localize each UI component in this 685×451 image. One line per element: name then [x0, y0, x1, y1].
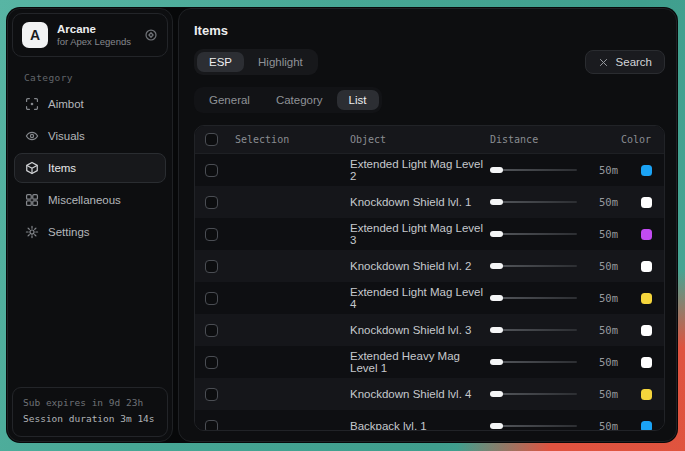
slider-thumb[interactable]: [490, 295, 503, 301]
slider-thumb[interactable]: [490, 231, 503, 237]
table-row: Extended Heavy Mag Level 1 50m: [195, 346, 664, 378]
distance-slider[interactable]: [490, 388, 581, 400]
select-all-checkbox[interactable]: [205, 133, 218, 146]
slider-thumb[interactable]: [490, 359, 503, 365]
color-swatch[interactable]: [641, 325, 652, 336]
app-subtitle: for Apex Legends: [57, 36, 131, 48]
row-checkbox[interactable]: [205, 228, 218, 241]
search-button[interactable]: Search: [585, 50, 665, 74]
row-checkbox[interactable]: [205, 260, 218, 273]
sidebar-item-label: Aimbot: [48, 98, 84, 110]
category-label: Category: [24, 72, 168, 83]
slider-thumb[interactable]: [490, 263, 503, 269]
object-name: Backpack lvl. 1: [350, 420, 490, 431]
table-row: Knockdown Shield lvl. 4 50m: [195, 378, 664, 410]
color-swatch[interactable]: [641, 165, 652, 176]
sub-expires-text: Sub expires in 9d 23h: [23, 395, 157, 412]
table-row: Extended Light Mag Level 3 50m: [195, 218, 664, 250]
distance-slider[interactable]: [490, 356, 581, 368]
view-tab-category[interactable]: Category: [264, 90, 335, 110]
slider-thumb[interactable]: [490, 167, 503, 173]
column-header-color: Color: [618, 134, 652, 145]
slider-thumb[interactable]: [490, 199, 503, 205]
row-checkbox[interactable]: [205, 356, 218, 369]
color-swatch[interactable]: [641, 229, 652, 240]
object-name: Extended Light Mag Level 2: [350, 158, 490, 182]
sidebar-nav: Aimbot Visuals Items Miscellaneous Setti…: [12, 88, 168, 248]
distance-value: 50m: [590, 260, 618, 272]
main-panel: Items ESPHighlight Search GeneralCategor…: [178, 8, 677, 442]
color-swatch[interactable]: [641, 197, 652, 208]
brand-header: A Arcane for Apex Legends: [12, 13, 168, 57]
slider-thumb[interactable]: [490, 423, 503, 429]
sidebar-item-label: Miscellaneous: [48, 194, 121, 206]
distance-slider[interactable]: [490, 420, 581, 431]
grid-icon: [25, 193, 39, 207]
column-header-object: Object: [350, 134, 490, 145]
distance-slider[interactable]: [490, 292, 581, 304]
distance-value: 50m: [590, 164, 618, 176]
sidebar: A Arcane for Apex Legends Category Aimbo…: [7, 8, 173, 442]
table-row: Knockdown Shield lvl. 3 50m: [195, 314, 664, 346]
table-row: Knockdown Shield lvl. 2 50m: [195, 250, 664, 282]
distance-value: 50m: [590, 292, 618, 304]
row-checkbox[interactable]: [205, 420, 218, 432]
mode-tabs: ESPHighlight: [194, 49, 318, 75]
table-row: Knockdown Shield lvl. 1 50m: [195, 186, 664, 218]
column-header-selection: Selection: [235, 134, 350, 145]
color-swatch[interactable]: [641, 389, 652, 400]
distance-slider[interactable]: [490, 164, 581, 176]
eye-icon: [25, 129, 39, 143]
sidebar-item-label: Items: [48, 162, 76, 174]
distance-slider[interactable]: [490, 260, 581, 272]
object-name: Extended Light Mag Level 4: [350, 286, 490, 310]
pin-icon[interactable]: [144, 28, 158, 42]
sidebar-item-miscellaneous[interactable]: Miscellaneous: [14, 185, 166, 215]
object-name: Knockdown Shield lvl. 4: [350, 388, 490, 400]
object-name: Knockdown Shield lvl. 3: [350, 324, 490, 336]
package-icon: [25, 161, 39, 175]
slider-thumb[interactable]: [490, 391, 503, 397]
table-header: Selection Object Distance Color: [195, 126, 664, 154]
app-logo: A: [22, 22, 48, 48]
distance-slider[interactable]: [490, 228, 581, 240]
view-tabs: GeneralCategoryList: [194, 87, 382, 113]
slider-thumb[interactable]: [490, 327, 503, 333]
row-checkbox[interactable]: [205, 388, 218, 401]
search-button-label: Search: [616, 56, 652, 68]
sidebar-item-label: Settings: [48, 226, 90, 238]
page-title: Items: [194, 23, 665, 38]
sidebar-item-label: Visuals: [48, 130, 85, 142]
sidebar-item-aimbot[interactable]: Aimbot: [14, 89, 166, 119]
sidebar-item-items[interactable]: Items: [14, 153, 166, 183]
toolbar: ESPHighlight Search: [194, 49, 665, 75]
color-swatch[interactable]: [641, 357, 652, 368]
sidebar-item-visuals[interactable]: Visuals: [14, 121, 166, 151]
row-checkbox[interactable]: [205, 196, 218, 209]
distance-value: 50m: [590, 388, 618, 400]
sidebar-item-settings[interactable]: Settings: [14, 217, 166, 247]
mode-tab-highlight[interactable]: Highlight: [246, 52, 315, 72]
color-swatch[interactable]: [641, 293, 652, 304]
distance-slider[interactable]: [490, 196, 581, 208]
row-checkbox[interactable]: [205, 324, 218, 337]
table-row: Extended Light Mag Level 4 50m: [195, 282, 664, 314]
table-row: Backpack lvl. 1 50m: [195, 410, 664, 431]
object-name: Extended Light Mag Level 3: [350, 222, 490, 246]
distance-value: 50m: [590, 196, 618, 208]
view-tab-list[interactable]: List: [337, 90, 379, 110]
distance-value: 50m: [590, 324, 618, 336]
object-name: Knockdown Shield lvl. 2: [350, 260, 490, 272]
session-duration-text: Session duration 3m 14s: [23, 411, 157, 428]
view-tab-general[interactable]: General: [197, 90, 262, 110]
distance-slider[interactable]: [490, 324, 581, 336]
x-icon: [598, 57, 609, 68]
crosshair-icon: [25, 97, 39, 111]
row-checkbox[interactable]: [205, 164, 218, 177]
mode-tab-esp[interactable]: ESP: [197, 52, 244, 72]
color-swatch[interactable]: [641, 261, 652, 272]
app-window: A Arcane for Apex Legends Category Aimbo…: [6, 7, 678, 443]
color-swatch[interactable]: [641, 421, 652, 432]
row-checkbox[interactable]: [205, 292, 218, 305]
distance-value: 50m: [590, 228, 618, 240]
